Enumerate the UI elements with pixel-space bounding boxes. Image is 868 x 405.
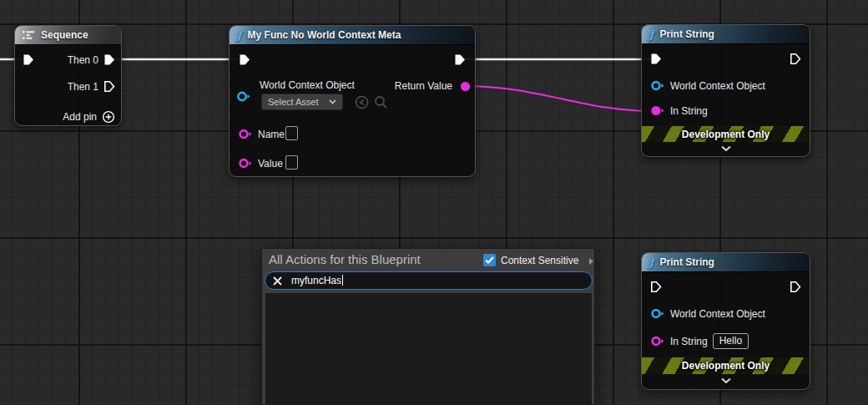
pin-label-return-value: Return Value <box>395 80 452 92</box>
pin-label-name: Name <box>258 129 285 140</box>
node-print-string-bottom-header[interactable]: ƒ Print String <box>642 253 810 272</box>
search-results-list <box>265 293 592 405</box>
sequence-exec-in-pin[interactable] <box>23 53 34 66</box>
development-only-label: Development Only <box>682 360 770 372</box>
object-pin-icon <box>236 90 251 103</box>
node-my-func-header[interactable]: ƒ My Func No World Context Meta <box>230 26 475 45</box>
development-only-label: Development Only <box>682 129 770 140</box>
exec-pin-icon <box>650 281 662 293</box>
context-sensitive-checkbox[interactable] <box>483 254 496 266</box>
exec-pin-icon <box>790 53 801 65</box>
string-wire-returnvalue-to-instring <box>462 86 653 111</box>
exec-pin-icon <box>790 281 801 293</box>
development-only-band: Development Only <box>642 357 810 374</box>
node-print-string-bottom[interactable]: ƒ Print String World Context Object <box>641 252 810 390</box>
node-print-string-top-header[interactable]: ƒ Print String <box>642 25 810 44</box>
development-only-band: Development Only <box>642 126 810 142</box>
node-my-func[interactable]: ƒ My Func No World Context Meta World Co… <box>229 25 476 177</box>
node-sequence[interactable]: Sequence Then 0 Then 1 Add pin <box>14 25 122 126</box>
node-title: Print String <box>660 28 714 40</box>
pin-label-then0: Then 0 <box>68 54 98 66</box>
use-selected-icon[interactable] <box>355 95 369 109</box>
search-input-value: myfuncHas <box>291 275 341 286</box>
print-bottom-world-context-pin[interactable]: World Context Object <box>650 307 765 320</box>
function-icon: ƒ <box>649 256 654 269</box>
string-pin-icon <box>238 157 253 170</box>
print-bottom-in-string-pin[interactable]: In String Hello <box>650 333 749 349</box>
object-pin-icon <box>650 79 665 92</box>
pin-label-then1: Then 1 <box>68 81 98 93</box>
expand-options-arrow[interactable] <box>589 258 593 265</box>
exec-pin-icon <box>454 53 466 66</box>
value-input-field[interactable] <box>285 155 298 170</box>
node-title: Sequence <box>41 29 88 41</box>
print-top-world-context-pin[interactable]: World Context Object <box>650 79 765 92</box>
print-top-in-string-pin[interactable]: In String <box>650 104 708 117</box>
sequence-icon <box>23 30 35 40</box>
pin-label-in-string: In String <box>670 105 708 117</box>
select-asset-dropdown[interactable]: Select Asset <box>261 94 343 110</box>
exec-pin-icon <box>650 53 662 65</box>
node-collapse-chevron[interactable] <box>720 145 732 152</box>
myfunc-world-context-pin[interactable] <box>236 90 251 103</box>
check-icon <box>485 256 494 264</box>
pin-label-value: Value <box>258 158 283 170</box>
chevron-down-icon <box>329 99 336 104</box>
string-pin-icon <box>459 80 472 93</box>
node-title: Print String <box>660 256 714 268</box>
context-sensitive-label: Context Sensitive <box>501 255 578 266</box>
sequence-then1-exec-out-pin[interactable] <box>103 80 115 93</box>
pin-label-in-string: In String <box>670 336 708 347</box>
string-pin-icon <box>238 128 253 140</box>
myfunc-exec-out-pin[interactable] <box>454 53 466 66</box>
print-top-exec-in-pin[interactable] <box>650 53 662 65</box>
string-pin-icon <box>650 335 665 347</box>
blueprint-graph-canvas[interactable]: Sequence Then 0 Then 1 Add pin <box>0 0 868 405</box>
myfunc-return-value-pin[interactable] <box>459 80 472 93</box>
myfunc-exec-in-pin[interactable] <box>239 53 250 66</box>
string-pin-icon <box>650 104 665 117</box>
print-bottom-exec-out-pin[interactable] <box>790 281 801 293</box>
in-string-value-field[interactable]: Hello <box>713 333 749 349</box>
function-icon: ƒ <box>237 29 242 42</box>
node-collapse-chevron[interactable] <box>720 377 732 384</box>
action-menu-popup: All Actions for this Blueprint Context S… <box>261 248 595 405</box>
clear-search-icon[interactable] <box>272 276 283 286</box>
name-input-field[interactable] <box>285 126 298 140</box>
node-sequence-header[interactable]: Sequence <box>15 26 121 45</box>
function-icon: ƒ <box>649 28 654 41</box>
exec-pin-icon <box>239 53 250 66</box>
action-menu-title: All Actions for this Blueprint <box>269 252 421 266</box>
node-print-string-top[interactable]: ƒ Print String World Context Object <box>641 24 810 157</box>
object-pin-icon <box>650 307 665 320</box>
myfunc-name-pin[interactable] <box>238 128 253 140</box>
add-pin-button[interactable] <box>102 110 115 124</box>
pin-label-world-context: World Context Object <box>670 308 765 320</box>
pin-label-world-context: World Context Object <box>670 80 765 92</box>
myfunc-value-pin[interactable] <box>238 157 253 170</box>
print-top-exec-out-pin[interactable] <box>790 53 801 65</box>
print-bottom-exec-in-pin[interactable] <box>650 281 662 293</box>
select-asset-label: Select Asset <box>268 97 319 107</box>
browse-asset-icon[interactable] <box>374 95 388 109</box>
sequence-then0-exec-out-pin[interactable] <box>103 53 115 66</box>
text-caret <box>342 275 343 286</box>
node-title: My Func No World Context Meta <box>248 29 401 41</box>
exec-pin-icon <box>23 53 34 66</box>
search-input[interactable]: myfuncHas <box>265 271 593 290</box>
add-pin-label: Add pin <box>63 111 97 123</box>
pin-label-world-context: World Context Object <box>260 79 355 91</box>
